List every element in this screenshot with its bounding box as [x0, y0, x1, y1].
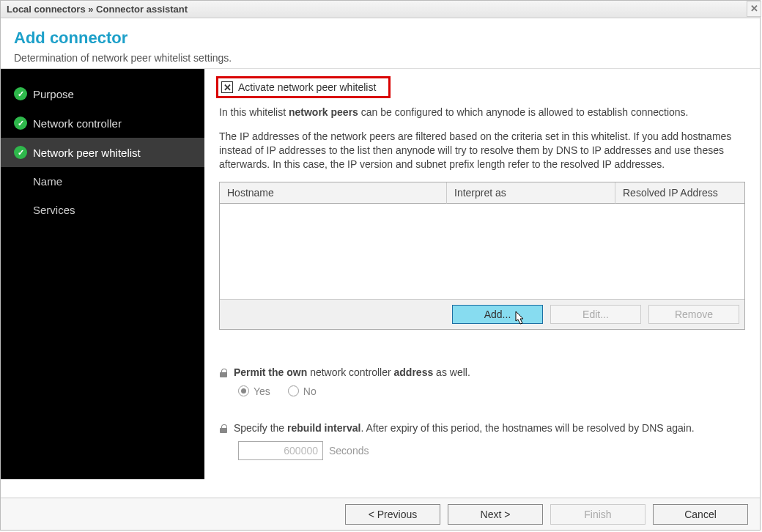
main-panel: ✕ Activate network peer whitelist In thi… [204, 69, 760, 479]
table-actions: Add... Edit... Remove [220, 299, 744, 329]
col-hostname[interactable]: Hostname [220, 182, 447, 204]
sidebar: ✓ Purpose ✓ Network controller ✓ Network… [1, 69, 204, 479]
whitelist-description: In this whitelist network peers can be c… [219, 106, 745, 171]
sidebar-item-purpose[interactable]: ✓ Purpose [1, 79, 204, 108]
rebuild-interval-input[interactable] [238, 441, 323, 460]
radio-icon [288, 385, 299, 396]
page-subtitle: Determination of network peer whitelist … [14, 52, 747, 64]
col-interpret-as[interactable]: Interpret as [447, 182, 615, 204]
finish-button: Finish [550, 504, 646, 525]
whitelist-table: Hostname Interpret as Resolved IP Addres… [219, 182, 745, 330]
sidebar-item-network-peer-whitelist[interactable]: ✓ Network peer whitelist [1, 138, 204, 167]
header: Add connector Determination of network p… [1, 18, 760, 69]
add-button[interactable]: Add... [452, 305, 543, 324]
col-resolved-ip[interactable]: Resolved IP Address [615, 182, 744, 204]
breadcrumb-2: Connector assistant [96, 4, 188, 15]
next-button[interactable]: Next > [448, 504, 543, 525]
permit-own-address: Permit the own network controller addres… [219, 366, 745, 397]
check-icon: ✓ [14, 117, 27, 130]
permit-yes-radio[interactable]: Yes [238, 385, 270, 397]
check-icon: ✓ [14, 87, 27, 100]
breadcrumb-1[interactable]: Local connectors [7, 4, 86, 15]
check-icon: ✓ [14, 146, 27, 159]
table-header: Hostname Interpret as Resolved IP Addres… [220, 182, 744, 204]
sidebar-item-label: Services [33, 204, 75, 216]
sidebar-subitem-name[interactable]: Name [1, 167, 204, 196]
page-title: Add connector [14, 29, 747, 48]
sidebar-item-label: Network controller [33, 117, 122, 130]
titlebar: Local connectors » Connector assistant ✕ [1, 1, 760, 18]
rebuild-interval-unit: Seconds [329, 445, 369, 457]
lock-icon [219, 369, 228, 377]
close-icon[interactable]: ✕ [747, 1, 761, 17]
activate-label: Activate network peer whitelist [238, 81, 376, 93]
activate-checkbox-row[interactable]: ✕ Activate network peer whitelist [219, 79, 380, 95]
sidebar-item-network-controller[interactable]: ✓ Network controller [1, 108, 204, 138]
activate-checkbox[interactable]: ✕ [221, 81, 233, 93]
table-body[interactable] [220, 204, 744, 299]
sidebar-subitem-services[interactable]: Services [1, 196, 204, 224]
radio-icon [238, 385, 249, 396]
permit-no-radio[interactable]: No [288, 385, 317, 397]
sidebar-item-label: Purpose [33, 88, 74, 100]
remove-button: Remove [648, 305, 739, 324]
sidebar-item-label: Name [33, 175, 62, 188]
rebuild-interval: Specify the rebuild interval. After expi… [219, 422, 745, 460]
breadcrumb-sep: » [86, 4, 96, 15]
previous-button[interactable]: < Previous [345, 504, 440, 525]
dialog-window: Local connectors » Connector assistant ✕… [0, 0, 761, 531]
lock-icon [219, 424, 228, 433]
cancel-button[interactable]: Cancel [653, 504, 748, 525]
sidebar-item-label: Network peer whitelist [33, 147, 141, 159]
wizard-footer: < Previous Next > Finish Cancel [1, 498, 760, 530]
edit-button: Edit... [550, 305, 641, 324]
